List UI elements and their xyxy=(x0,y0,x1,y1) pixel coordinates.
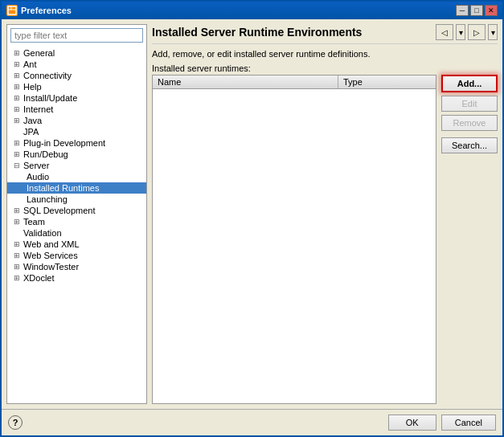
forward-dropdown-button[interactable]: ▾ xyxy=(488,24,498,40)
expand-icon: ⊞ xyxy=(14,251,22,259)
table-and-buttons: Name Type Add... Edit Remove Search... xyxy=(152,75,498,404)
tree-item-run-debug[interactable]: ⊞ Run/Debug xyxy=(7,149,146,160)
expand-icon: ⊞ xyxy=(14,60,22,68)
forward-icon: ▷ xyxy=(473,28,480,37)
window-controls: ─ □ ✕ xyxy=(456,5,498,16)
dropdown-icon: ▾ xyxy=(459,28,463,37)
title-bar: Preferences ─ □ ✕ xyxy=(2,2,502,19)
expand-icon: ⊞ xyxy=(14,94,22,102)
search-button[interactable]: Search... xyxy=(441,137,498,153)
close-button[interactable]: ✕ xyxy=(485,5,498,16)
tree-item-validation[interactable]: ⊞ Validation xyxy=(7,227,146,239)
back-button[interactable]: ◁ xyxy=(436,24,453,40)
tree-item-xdoclet[interactable]: ⊞ XDoclet xyxy=(7,272,146,284)
right-panel: Installed Server Runtime Environments ◁ … xyxy=(152,24,498,404)
expand-icon: ⊞ xyxy=(14,206,22,214)
help-button[interactable]: ? xyxy=(8,415,23,430)
back-icon: ◁ xyxy=(441,28,448,37)
tree-item-audio[interactable]: Audio xyxy=(7,171,146,182)
tree-area: ⊞ General ⊞ Ant ⊞ Connectivity ⊞ Help ⊞ xyxy=(7,46,146,403)
back-dropdown-button[interactable]: ▾ xyxy=(456,24,465,40)
edit-button[interactable]: Edit xyxy=(441,96,498,112)
cancel-button[interactable]: Cancel xyxy=(441,415,496,431)
tree-item-web-services[interactable]: ⊞ Web Services xyxy=(7,250,146,261)
filter-input[interactable] xyxy=(10,28,143,43)
tree-item-help[interactable]: ⊞ Help xyxy=(7,81,146,92)
preferences-window: Preferences ─ □ ✕ ⊞ General ⊞ Ant xyxy=(0,0,504,437)
dialog-buttons: OK Cancel xyxy=(388,415,496,431)
tree-item-general[interactable]: ⊞ General xyxy=(7,47,146,59)
table-label: Installed server runtimes: xyxy=(152,63,498,73)
tree-item-launching[interactable]: Launching xyxy=(7,194,146,205)
tree-item-sql-dev[interactable]: ⊞ SQL Development xyxy=(7,205,146,216)
remove-button[interactable]: Remove xyxy=(441,115,498,131)
table-body xyxy=(153,89,436,403)
tree-item-internet[interactable]: ⊞ Internet xyxy=(7,104,146,115)
description-text: Add, remove, or edit installed server ru… xyxy=(152,49,498,59)
dropdown-icon: ▾ xyxy=(491,28,495,37)
title-bar-left: Preferences xyxy=(6,5,72,16)
column-name: Name xyxy=(153,76,338,88)
right-header: Installed Server Runtime Environments ◁ … xyxy=(152,24,498,44)
table-header: Name Type xyxy=(153,76,436,89)
svg-rect-0 xyxy=(8,6,16,14)
nav-buttons: ◁ ▾ ▷ ▾ xyxy=(436,24,498,40)
expand-icon: ⊞ xyxy=(14,139,22,147)
expand-icon: ⊞ xyxy=(14,263,22,271)
expand-icon: ⊞ xyxy=(14,105,22,113)
maximize-button[interactable]: □ xyxy=(470,5,483,16)
tree-item-connectivity[interactable]: ⊞ Connectivity xyxy=(7,70,146,81)
bottom-bar: ? OK Cancel xyxy=(2,409,502,435)
side-buttons: Add... Edit Remove Search... xyxy=(441,75,498,404)
tree-item-plugin-dev[interactable]: ⊞ Plug-in Development xyxy=(7,137,146,149)
forward-button[interactable]: ▷ xyxy=(468,24,486,40)
expand-icon: ⊞ xyxy=(14,83,22,91)
add-button[interactable]: Add... xyxy=(441,75,498,92)
tree-item-java[interactable]: ⊞ Java xyxy=(7,115,146,126)
tree-item-install-update[interactable]: ⊞ Install/Update xyxy=(7,92,146,104)
expand-icon: ⊞ xyxy=(14,116,22,125)
runtimes-table: Name Type xyxy=(152,75,436,404)
minimize-button[interactable]: ─ xyxy=(456,5,469,16)
table-section: Installed server runtimes: Name Type Add… xyxy=(152,63,498,404)
tree-item-jpa[interactable]: ⊞ JPA xyxy=(7,126,146,137)
expand-icon: ⊞ xyxy=(14,240,22,248)
expand-icon: ⊞ xyxy=(14,274,22,282)
expand-icon: ⊞ xyxy=(14,150,22,158)
expand-icon: ⊞ xyxy=(14,71,22,80)
content-area: ⊞ General ⊞ Ant ⊞ Connectivity ⊞ Help ⊞ xyxy=(2,19,502,409)
tree-item-window-tester[interactable]: ⊞ WindowTester xyxy=(7,261,146,272)
panel-title: Installed Server Runtime Environments xyxy=(152,26,362,39)
tree-item-ant[interactable]: ⊞ Ant xyxy=(7,59,146,70)
tree-item-server[interactable]: ⊟ Server xyxy=(7,160,146,171)
window-title: Preferences xyxy=(21,6,72,15)
expand-icon: ⊟ xyxy=(14,161,22,169)
column-type: Type xyxy=(338,76,436,88)
expand-icon: ⊞ xyxy=(14,218,22,226)
tree-item-web-xml[interactable]: ⊞ Web and XML xyxy=(7,239,146,250)
tree-item-team[interactable]: ⊞ Team xyxy=(7,216,146,227)
ok-button[interactable]: OK xyxy=(388,415,436,431)
tree-item-installed-runtimes[interactable]: Installed Runtimes xyxy=(7,182,146,194)
left-panel: ⊞ General ⊞ Ant ⊞ Connectivity ⊞ Help ⊞ xyxy=(6,24,147,404)
expand-icon: ⊞ xyxy=(14,49,22,57)
window-icon xyxy=(6,5,18,16)
